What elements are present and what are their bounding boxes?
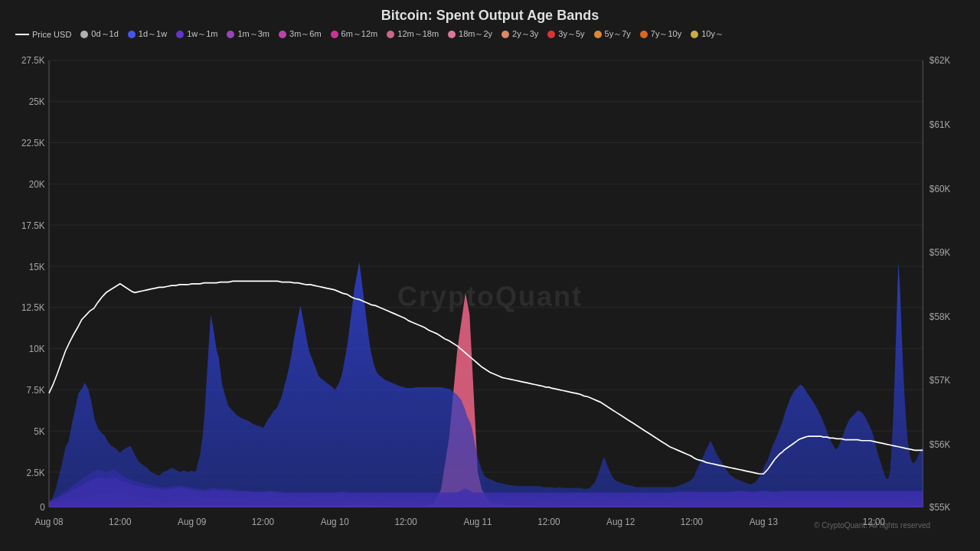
legend-dot-indicator: [176, 31, 184, 38]
legend-dot-indicator: [128, 31, 136, 38]
legend-item: 0d～1d: [80, 28, 118, 40]
legend-dot-indicator: [640, 31, 648, 38]
svg-text:2.5K: 2.5K: [27, 467, 45, 478]
svg-text:$61K: $61K: [929, 119, 950, 130]
svg-text:$55K: $55K: [929, 502, 950, 513]
legend-item: Price USD: [15, 30, 71, 39]
legend-dot-indicator: [331, 31, 338, 38]
legend-item: 12m～18m: [387, 28, 439, 40]
legend-item: 2y～3y: [501, 28, 538, 40]
copyright: © CryptoQuant. All rights reserved: [814, 521, 930, 530]
svg-text:$56K: $56K: [929, 439, 950, 450]
legend-item: 1m～3m: [227, 28, 270, 40]
svg-text:12:00: 12:00: [681, 516, 704, 527]
svg-text:5K: 5K: [34, 425, 44, 436]
legend-label: 3y～5y: [558, 28, 584, 40]
legend-label: 12m～18m: [397, 28, 439, 40]
legend-item: 18m～2y: [448, 28, 492, 40]
svg-text:$62K: $62K: [929, 55, 950, 66]
legend-label: 1m～3m: [237, 28, 270, 40]
price-line: [49, 281, 923, 474]
chart-area: CryptoQuant © CryptoQuant. All rights re…: [0, 43, 980, 551]
svg-text:$59K: $59K: [929, 247, 950, 258]
legend-dot-indicator: [594, 31, 602, 38]
legend-label: 1w～1m: [187, 28, 217, 40]
legend-label: 0d～1d: [91, 28, 118, 40]
chart-title: Bitcoin: Spent Output Age Bands: [0, 8, 980, 24]
svg-text:25K: 25K: [29, 96, 45, 107]
svg-text:20K: 20K: [29, 179, 45, 190]
legend-label: 7y～10y: [651, 28, 681, 40]
chart-container: Bitcoin: Spent Output Age Bands Price US…: [0, 0, 980, 551]
legend-dot-indicator: [227, 31, 234, 38]
svg-text:12.5K: 12.5K: [21, 302, 45, 313]
svg-text:Aug 08: Aug 08: [34, 516, 63, 527]
legend-label: 5y～7y: [605, 28, 631, 40]
svg-text:Aug 12: Aug 12: [606, 516, 635, 527]
main-chart-svg: 27.5K 25K 22.5K 20K 17.5K 15K 12.5K 10K …: [0, 43, 980, 551]
legend-label: 1d～1w: [139, 28, 167, 40]
legend-item: 1w～1m: [176, 28, 217, 40]
svg-text:Aug 09: Aug 09: [178, 516, 206, 527]
legend-item: 3y～5y: [547, 28, 584, 40]
legend-label: 3m～6m: [289, 28, 322, 40]
legend-item: 5y～7y: [594, 28, 631, 40]
legend-dot-indicator: [501, 31, 509, 38]
legend-dot-indicator: [547, 31, 555, 38]
svg-text:12:00: 12:00: [394, 516, 417, 527]
svg-text:$58K: $58K: [929, 311, 950, 321]
svg-text:12:00: 12:00: [109, 516, 132, 527]
svg-text:$60K: $60K: [929, 183, 950, 194]
legend-label: 10y～: [701, 28, 724, 40]
svg-text:0: 0: [40, 502, 45, 513]
legend-label: Price USD: [32, 30, 71, 39]
legend-dot-indicator: [691, 31, 698, 38]
legend-label: 2y～3y: [512, 28, 538, 40]
legend-dot-indicator: [448, 31, 456, 38]
legend: Price USD0d～1d1d～1w1w～1m1m～3m3m～6m6m～12m…: [0, 28, 980, 40]
svg-text:22.5K: 22.5K: [21, 138, 45, 148]
svg-text:17.5K: 17.5K: [21, 220, 45, 230]
band-1d1w: [49, 262, 923, 507]
legend-item: 7y～10y: [640, 28, 681, 40]
svg-text:Aug 13: Aug 13: [750, 516, 778, 527]
legend-dot-indicator: [387, 31, 394, 38]
legend-item: 6m～12m: [331, 28, 378, 40]
legend-dot-indicator: [279, 31, 286, 38]
svg-text:7.5K: 7.5K: [27, 385, 45, 396]
svg-text:27.5K: 27.5K: [21, 55, 45, 66]
svg-text:Aug 11: Aug 11: [463, 516, 492, 527]
svg-text:Aug 10: Aug 10: [321, 516, 349, 527]
svg-text:15K: 15K: [29, 261, 45, 272]
legend-label: 18m～2y: [459, 28, 492, 40]
svg-text:$57K: $57K: [929, 375, 950, 386]
legend-dot-indicator: [80, 31, 88, 38]
svg-text:12:00: 12:00: [252, 516, 275, 527]
legend-item: 10y～: [691, 28, 724, 40]
legend-label: 6m～12m: [341, 28, 378, 40]
svg-text:10K: 10K: [29, 344, 45, 354]
legend-item: 1d～1w: [128, 28, 167, 40]
legend-item: 3m～6m: [279, 28, 322, 40]
legend-line-indicator: [15, 34, 29, 35]
svg-text:12:00: 12:00: [537, 516, 560, 527]
